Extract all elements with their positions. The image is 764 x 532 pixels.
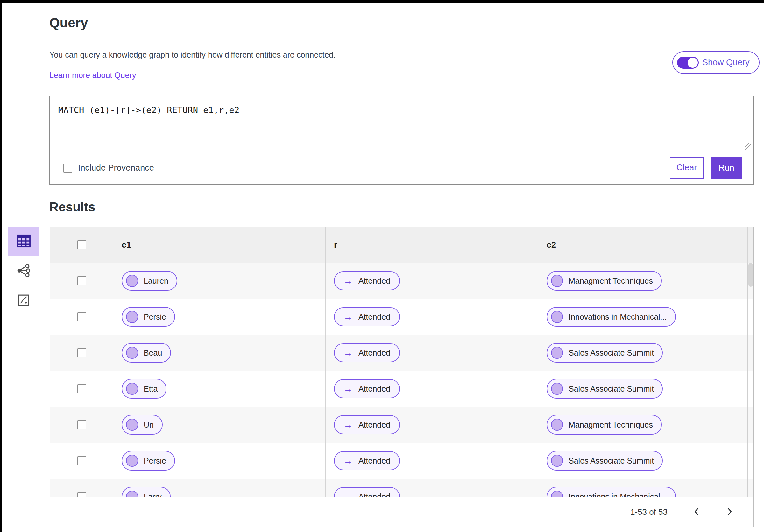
entity-pill[interactable]: Larry — [121, 487, 171, 497]
arrow-right-icon: → — [343, 384, 353, 394]
query-actions-bar: Include Provenance Clear Run — [50, 151, 753, 185]
arrow-right-icon: → — [343, 276, 353, 285]
entity-circle-icon — [126, 419, 138, 431]
entity-label: Larry — [143, 492, 162, 497]
table-row: Uri →Attended Managment Techniques — [50, 407, 753, 443]
entity-pill[interactable]: Managment Techniques — [547, 415, 662, 435]
query-input[interactable]: MATCH (e1)-[r]->(e2) RETURN e1,r,e2 — [50, 96, 753, 151]
column-header-r: r — [334, 240, 337, 250]
row-checkbox[interactable] — [77, 420, 86, 429]
relation-label: Attended — [358, 384, 390, 394]
relation-pill[interactable]: →Attended — [334, 343, 400, 362]
relation-pill[interactable]: →Attended — [334, 307, 400, 326]
entity-pill[interactable]: Persie — [121, 451, 175, 470]
relation-pill[interactable]: →Attended — [334, 379, 400, 398]
entity-pill[interactable]: Managment Techniques — [547, 271, 662, 291]
entity-label: Etta — [143, 384, 158, 394]
include-provenance-label: Include Provenance — [78, 163, 154, 173]
row-checkbox[interactable] — [77, 492, 86, 497]
table-body: Lauren →Attended Managment Techniques Pe… — [50, 263, 753, 497]
entity-pill[interactable]: Uri — [121, 415, 163, 435]
table-view-icon — [16, 234, 31, 249]
table-row: Etta →Attended Sales Associate Summit — [50, 371, 753, 407]
chart-view-button[interactable] — [8, 286, 39, 315]
toggle-on-icon[interactable] — [677, 57, 699, 69]
entity-label: Beau — [143, 348, 162, 358]
relation-label: Attended — [358, 456, 390, 465]
row-checkbox[interactable] — [77, 348, 86, 357]
previous-page-button[interactable] — [692, 507, 701, 517]
relation-pill[interactable]: →Attended — [334, 415, 400, 434]
pagination-bar: 1-53 of 53 — [50, 497, 753, 527]
relation-pill[interactable]: →Attended — [334, 487, 400, 497]
learn-more-link[interactable]: Learn more about Query — [49, 71, 136, 80]
entity-circle-icon — [551, 383, 563, 395]
row-checkbox[interactable] — [77, 312, 86, 321]
row-checkbox[interactable] — [77, 456, 86, 465]
entity-pill[interactable]: Etta — [121, 379, 166, 399]
scrollbar-thumb[interactable] — [748, 263, 753, 286]
entity-circle-icon — [126, 311, 138, 323]
next-page-button[interactable] — [725, 507, 734, 517]
graph-view-button[interactable] — [8, 256, 39, 286]
arrow-right-icon: → — [343, 456, 353, 465]
arrow-right-icon: → — [343, 420, 353, 430]
entity-circle-icon — [126, 383, 138, 395]
select-all-checkbox[interactable] — [77, 240, 86, 249]
arrow-right-icon: → — [343, 348, 353, 358]
entity-circle-icon — [126, 347, 138, 359]
row-checkbox[interactable] — [77, 384, 86, 393]
entity-label: Managment Techniques — [569, 276, 653, 285]
table-row: Larry →Attended Innovations in Mechanica… — [50, 479, 753, 497]
entity-circle-icon — [126, 491, 138, 497]
relation-pill[interactable]: →Attended — [334, 451, 400, 470]
entity-pill[interactable]: Beau — [121, 343, 171, 363]
toggle-knob — [687, 58, 698, 68]
run-button[interactable]: Run — [711, 157, 742, 179]
column-header-e2: e2 — [547, 240, 556, 250]
entity-pill[interactable]: Sales Associate Summit — [547, 343, 663, 363]
pagination-range: 1-53 of 53 — [630, 507, 668, 517]
page-title: Query — [49, 15, 88, 31]
clear-button[interactable]: Clear — [670, 157, 703, 179]
relation-pill[interactable]: →Attended — [334, 271, 400, 290]
table-row: Persie →Attended Innovations in Mechanic… — [50, 299, 753, 335]
relation-label: Attended — [358, 492, 390, 497]
chart-view-icon — [18, 294, 30, 307]
entity-label: Persie — [143, 312, 166, 321]
query-editor-panel: MATCH (e1)-[r]->(e2) RETURN e1,r,e2 Incl… — [49, 95, 754, 185]
entity-label: Sales Associate Summit — [569, 384, 654, 394]
relation-label: Attended — [358, 420, 390, 430]
relation-label: Attended — [358, 348, 390, 358]
entity-pill[interactable]: Innovations in Mechanical... — [547, 487, 676, 497]
entity-pill[interactable]: Innovations in Mechanical... — [547, 307, 676, 327]
row-checkbox[interactable] — [77, 276, 86, 285]
entity-pill[interactable]: Sales Associate Summit — [547, 451, 663, 470]
relation-label: Attended — [358, 276, 390, 285]
entity-circle-icon — [551, 347, 563, 359]
table-row: Persie →Attended Sales Associate Summit — [50, 443, 753, 479]
entity-circle-icon — [551, 275, 563, 287]
entity-label: Uri — [143, 420, 154, 430]
column-header-e1: e1 — [121, 240, 131, 250]
page-description: You can query a knowledge graph to ident… — [49, 50, 335, 60]
entity-label: Innovations in Mechanical... — [569, 312, 667, 321]
entity-label: Sales Associate Summit — [569, 348, 654, 358]
entity-circle-icon — [551, 311, 563, 323]
entity-circle-icon — [551, 454, 563, 467]
view-switcher — [8, 227, 39, 315]
arrow-right-icon: → — [343, 492, 353, 497]
window-frame-top — [0, 0, 764, 3]
results-title: Results — [49, 200, 96, 214]
entity-pill[interactable]: Lauren — [121, 271, 177, 291]
results-table: e1 r e2 Lauren →Attended Managment Techn… — [50, 227, 754, 527]
show-query-label: Show Query — [702, 58, 750, 68]
window-frame-left — [0, 0, 2, 532]
entity-pill[interactable]: Sales Associate Summit — [547, 379, 663, 399]
entity-pill[interactable]: Persie — [121, 307, 175, 327]
resize-handle-icon[interactable] — [745, 143, 751, 150]
include-provenance-checkbox[interactable] — [63, 164, 72, 173]
show-query-toggle[interactable]: Show Query — [672, 51, 760, 74]
entity-label: Sales Associate Summit — [569, 456, 654, 465]
table-view-button[interactable] — [8, 227, 39, 256]
